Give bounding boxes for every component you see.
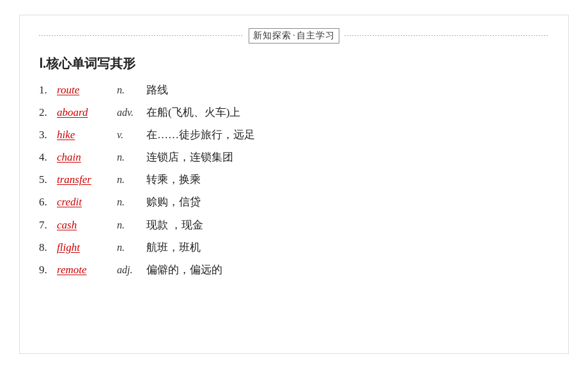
item-word: remote [57,261,114,278]
header-line-right [344,35,549,36]
item-meaning: 现款 ，现金 [146,216,203,234]
item-pos: n. [117,217,143,234]
item-number: 7. [39,216,57,234]
item-word: transfer [57,171,114,188]
vocab-list: 1.routen.路线2.aboardadv.在船(飞机、火车)上3.hikev… [39,81,549,279]
section-title: Ⅰ.核心单词写其形 [39,55,549,72]
item-pos: v. [117,127,143,143]
item-pos: adv. [117,104,143,121]
item-number: 5. [39,171,57,188]
item-meaning: 偏僻的，偏远的 [146,261,222,278]
list-item: 1.routen.路线 [39,81,549,99]
item-word: chain [57,148,114,166]
item-meaning: 转乘，换乘 [146,171,201,188]
item-number: 6. [39,193,57,211]
list-item: 7.cashn.现款 ，现金 [39,216,549,234]
item-number: 9. [39,261,57,278]
item-pos: n. [117,172,143,188]
item-meaning: 路线 [146,81,168,99]
item-pos: adj. [117,262,143,278]
item-word: cash [57,216,114,234]
header-badge: 新知探索 · 自主学习 [249,28,339,44]
item-meaning: 在船(飞机、火车)上 [146,104,240,121]
item-meaning: 赊购，信贷 [146,193,201,211]
badge-text-2: 自主学习 [297,30,335,42]
item-word: route [57,81,114,99]
item-word: hike [57,126,114,143]
badge-separator: · [293,31,295,41]
header-bar: 新知探索 · 自主学习 [39,28,549,44]
item-pos: n. [117,149,143,166]
list-item: 6.creditn.赊购，信贷 [39,193,549,211]
item-number: 4. [39,148,57,166]
item-word: credit [57,193,114,211]
header-line-left [39,35,244,36]
list-item: 9.remoteadj.偏僻的，偏远的 [39,261,549,278]
item-number: 8. [39,239,57,256]
item-pos: n. [117,194,143,211]
item-word: aboard [57,104,114,121]
badge-text-1: 新知探索 [253,30,291,42]
item-meaning: 连锁店，连锁集团 [146,148,233,166]
main-page: 新知探索 · 自主学习 Ⅰ.核心单词写其形 1.routen.路线2.aboar… [19,15,569,354]
item-word: flight [57,239,114,256]
list-item: 3.hikev.在……徒步旅行，远足 [39,126,549,143]
item-meaning: 在……徒步旅行，远足 [146,126,255,143]
list-item: 4.chainn.连锁店，连锁集团 [39,148,549,166]
item-meaning: 航班，班机 [146,239,201,256]
item-pos: n. [117,239,143,256]
list-item: 8.flightn.航班，班机 [39,239,549,256]
list-item: 2.aboardadv.在船(飞机、火车)上 [39,104,549,121]
list-item: 5.transfern.转乘，换乘 [39,171,549,188]
item-number: 1. [39,81,57,99]
item-number: 2. [39,104,57,121]
item-pos: n. [117,82,143,99]
item-number: 3. [39,126,57,143]
